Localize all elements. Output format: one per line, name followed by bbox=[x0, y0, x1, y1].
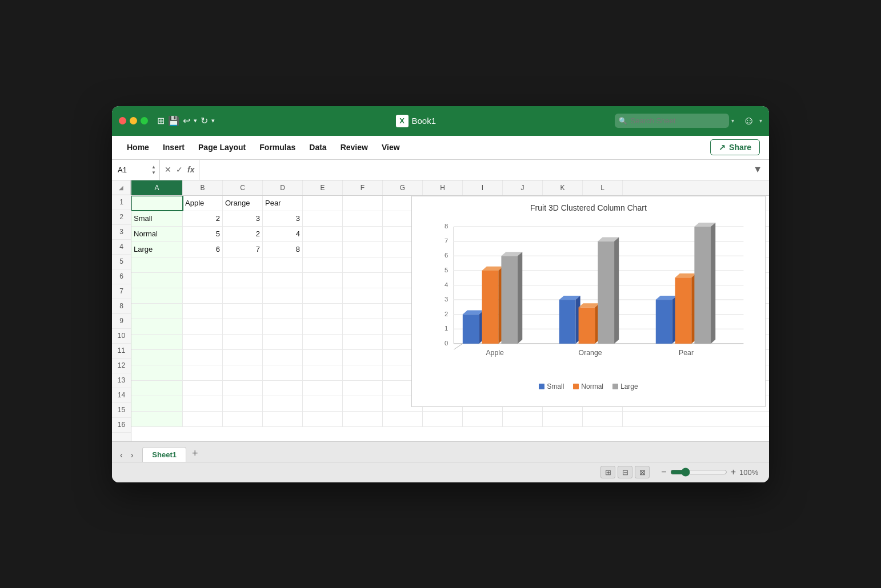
chart-container[interactable]: Fruit 3D Clustered Column Chart 0 1 bbox=[411, 196, 766, 407]
row-1: 1 bbox=[112, 195, 131, 210]
cell-ref-down[interactable]: ▼ bbox=[151, 170, 156, 175]
cell-a2[interactable]: Small bbox=[131, 211, 183, 226]
row-13: 13 bbox=[112, 373, 131, 388]
col-header-g[interactable]: G bbox=[383, 180, 423, 195]
col-header-j[interactable]: J bbox=[503, 180, 543, 195]
formula-input[interactable] bbox=[199, 166, 748, 174]
search-dropdown-icon[interactable]: ▾ bbox=[731, 118, 734, 124]
formula-expand-icon[interactable]: ▼ bbox=[748, 164, 767, 175]
col-header-a[interactable]: A bbox=[131, 180, 183, 195]
col-header-d[interactable]: D bbox=[263, 180, 303, 195]
menu-insert[interactable]: Insert bbox=[157, 140, 190, 155]
cell-f3[interactable] bbox=[343, 227, 383, 241]
col-header-h[interactable]: H bbox=[423, 180, 463, 195]
minimize-button[interactable] bbox=[130, 117, 137, 124]
cell-b4[interactable]: 6 bbox=[183, 242, 223, 257]
menu-formulas[interactable]: Formulas bbox=[254, 140, 301, 155]
cell-c4[interactable]: 7 bbox=[223, 242, 263, 257]
row-9: 9 bbox=[112, 314, 131, 329]
cell-a4[interactable]: Large bbox=[131, 242, 183, 257]
cell-a1[interactable] bbox=[131, 196, 183, 211]
normal-view-button[interactable]: ⊞ bbox=[600, 466, 615, 478]
workbook-name: Book1 bbox=[412, 116, 437, 126]
confirm-formula-button[interactable]: ✓ bbox=[176, 165, 183, 174]
share-button[interactable]: ↗ Share bbox=[710, 139, 760, 155]
redo-icon[interactable]: ↻ bbox=[201, 115, 208, 126]
undo-icon[interactable]: ↩ bbox=[183, 115, 190, 126]
col-header-i[interactable]: I bbox=[463, 180, 503, 195]
zoom-in-button[interactable]: + bbox=[731, 467, 736, 477]
col-header-b[interactable]: B bbox=[183, 180, 223, 195]
legend-large-label: Large bbox=[620, 382, 638, 390]
col-header-l[interactable]: L bbox=[583, 180, 623, 195]
menu-view[interactable]: View bbox=[376, 140, 406, 155]
search-input[interactable] bbox=[615, 114, 729, 128]
page-break-view-button[interactable]: ⊠ bbox=[635, 466, 650, 478]
svg-rect-27 bbox=[501, 256, 518, 344]
user-icon[interactable]: ☺ bbox=[743, 114, 755, 127]
cell-reference-box[interactable]: A1 ▲ ▼ bbox=[114, 160, 160, 180]
zoom-slider[interactable] bbox=[670, 468, 727, 477]
menu-page-layout[interactable]: Page Layout bbox=[193, 140, 251, 155]
col-header-c[interactable]: C bbox=[223, 180, 263, 195]
svg-marker-47 bbox=[711, 222, 715, 343]
cell-e4[interactable] bbox=[303, 242, 343, 257]
cancel-formula-button[interactable]: ✕ bbox=[165, 165, 171, 174]
cell-b2[interactable]: 2 bbox=[183, 211, 223, 226]
cell-d1[interactable]: Pear bbox=[263, 196, 303, 211]
excel-window: ⊞ 💾 ↩ ▾ ↻ ▾ X Book1 🔍 ▾ ☺ ▾ Home Insert … bbox=[112, 106, 769, 482]
formula-actions: ✕ ✓ fx bbox=[160, 160, 199, 180]
cell-f2[interactable] bbox=[343, 211, 383, 226]
row-3: 3 bbox=[112, 225, 131, 240]
svg-text:2: 2 bbox=[444, 310, 448, 317]
cell-e1[interactable] bbox=[303, 196, 343, 211]
cell-c2[interactable]: 3 bbox=[223, 211, 263, 226]
row-10: 10 bbox=[112, 329, 131, 344]
title-bar: ⊞ 💾 ↩ ▾ ↻ ▾ X Book1 🔍 ▾ ☺ ▾ bbox=[112, 106, 769, 136]
pages-icon[interactable]: ⊞ bbox=[157, 115, 165, 126]
maximize-button[interactable] bbox=[141, 117, 148, 124]
excel-logo: X bbox=[396, 115, 409, 127]
cell-b3[interactable]: 5 bbox=[183, 227, 223, 241]
user-dropdown-icon[interactable]: ▾ bbox=[759, 118, 762, 124]
cell-c3[interactable]: 2 bbox=[223, 227, 263, 241]
cell-f1[interactable] bbox=[343, 196, 383, 211]
cell-d3[interactable]: 4 bbox=[263, 227, 303, 241]
cell-f4[interactable] bbox=[343, 242, 383, 257]
cell-ref-up[interactable]: ▲ bbox=[151, 164, 156, 170]
col-header-e[interactable]: E bbox=[303, 180, 343, 195]
cell-ref-arrows: ▲ ▼ bbox=[151, 164, 156, 175]
svg-text:Apple: Apple bbox=[486, 349, 504, 357]
col-header-f[interactable]: F bbox=[343, 180, 383, 195]
insert-function-button[interactable]: fx bbox=[187, 165, 194, 174]
cell-c1[interactable]: Orange bbox=[223, 196, 263, 211]
next-sheet-button[interactable]: › bbox=[127, 448, 137, 462]
cell-a5[interactable] bbox=[131, 257, 183, 272]
prev-sheet-button[interactable]: ‹ bbox=[117, 448, 126, 462]
quick-access-icon[interactable]: ▾ bbox=[211, 117, 215, 124]
cell-e3[interactable] bbox=[303, 227, 343, 241]
menu-home[interactable]: Home bbox=[121, 140, 155, 155]
cell-a3[interactable]: Normal bbox=[131, 227, 183, 241]
corner-cell: ◢ bbox=[112, 180, 131, 195]
cell-d2[interactable]: 3 bbox=[263, 211, 303, 226]
cell-d4[interactable]: 8 bbox=[263, 242, 303, 257]
zoom-out-button[interactable]: − bbox=[661, 467, 666, 477]
row-15: 15 bbox=[112, 403, 131, 418]
save-icon[interactable]: 💾 bbox=[168, 115, 179, 126]
menu-data[interactable]: Data bbox=[303, 140, 332, 155]
cell-e2[interactable] bbox=[303, 211, 343, 226]
col-header-k[interactable]: K bbox=[543, 180, 583, 195]
select-all-icon[interactable]: ◢ bbox=[119, 184, 123, 191]
row-11: 11 bbox=[112, 344, 131, 359]
legend-small-dot bbox=[539, 384, 544, 389]
add-sheet-button[interactable]: + bbox=[187, 445, 203, 462]
search-wrapper: 🔍 ▾ bbox=[615, 114, 734, 128]
sheet1-tab[interactable]: Sheet1 bbox=[142, 447, 186, 462]
row-numbers: ◢ 1 2 3 4 5 6 7 8 9 10 11 12 13 14 15 16 bbox=[112, 180, 131, 441]
page-layout-view-button[interactable]: ⊟ bbox=[618, 466, 632, 478]
dropdown-icon[interactable]: ▾ bbox=[194, 117, 197, 124]
cell-b1[interactable]: Apple bbox=[183, 196, 223, 211]
close-button[interactable] bbox=[119, 117, 126, 124]
menu-review[interactable]: Review bbox=[335, 140, 374, 155]
